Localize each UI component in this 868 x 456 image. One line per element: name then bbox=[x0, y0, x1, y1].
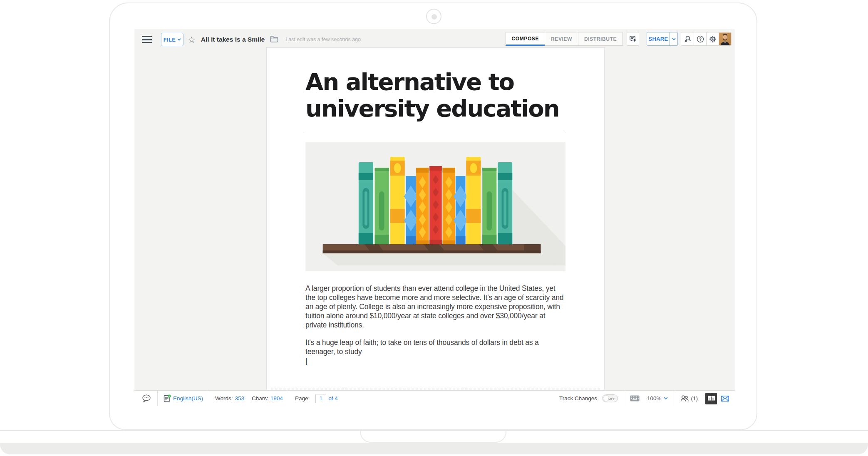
tab-compose[interactable]: COMPOSE bbox=[506, 32, 546, 46]
status-bar: English(US) Words: 353 Chars: 1904 Page:… bbox=[134, 390, 735, 406]
envelope-icon bbox=[721, 396, 729, 401]
paragraph-1[interactable]: A larger proportion of students than eve… bbox=[305, 284, 565, 330]
menu-icon[interactable] bbox=[142, 36, 152, 44]
people-icon bbox=[680, 395, 689, 402]
books-on-shelf-image bbox=[305, 142, 565, 271]
laptop-lid-notch bbox=[360, 431, 506, 443]
zoom-value: 100% bbox=[647, 395, 662, 401]
paragraph-2[interactable]: It's a huge leap of faith; to take on te… bbox=[305, 338, 565, 356]
feedback-button[interactable] bbox=[719, 391, 732, 406]
document-title[interactable]: All it takes is a Smile bbox=[201, 36, 265, 43]
laptop-camera bbox=[426, 9, 441, 24]
word-count[interactable]: Words: 353 Chars: 1904 bbox=[209, 391, 289, 406]
words-value: 353 bbox=[235, 395, 245, 401]
laptop-screen-bezel: FILE ☆ All it takes is a Smile Last edit… bbox=[109, 2, 757, 430]
track-changes: Track Changes OFF bbox=[553, 391, 624, 406]
chars-label: Chars: bbox=[252, 395, 268, 401]
settings-button[interactable] bbox=[706, 32, 719, 45]
tab-distribute[interactable]: DISTRIBUTE bbox=[578, 32, 623, 46]
comments-button[interactable] bbox=[142, 391, 157, 406]
keyboard-shortcuts-button[interactable] bbox=[624, 391, 645, 406]
chars-value: 1904 bbox=[270, 395, 283, 401]
gear-icon bbox=[709, 35, 717, 43]
help-button[interactable]: ? bbox=[694, 32, 706, 45]
collaborators-indicator[interactable]: (1) bbox=[674, 391, 704, 406]
page-total: of 4 bbox=[328, 395, 338, 401]
collaborators-count: (1) bbox=[691, 395, 698, 401]
status-right: Track Changes OFF bbox=[553, 391, 735, 406]
spellcheck-page-icon bbox=[164, 394, 171, 402]
page-view-button[interactable] bbox=[705, 393, 717, 404]
heading-rule bbox=[305, 133, 565, 133]
language-label: English(US) bbox=[173, 395, 203, 401]
tab-review[interactable]: REVIEW bbox=[545, 32, 578, 46]
document-illustration[interactable] bbox=[305, 142, 565, 271]
toggle-state-label: OFF bbox=[608, 397, 615, 401]
page-label: Page: bbox=[295, 395, 310, 401]
search-button[interactable] bbox=[681, 32, 694, 45]
toolbar-left: FILE ☆ All it takes is a Smile Last edit… bbox=[142, 29, 361, 50]
help-icon: ? bbox=[697, 35, 704, 43]
user-avatar[interactable] bbox=[719, 32, 731, 45]
comment-bell-icon bbox=[630, 36, 637, 42]
text-cursor: | bbox=[305, 356, 565, 365]
avatar-photo bbox=[719, 32, 731, 45]
notifications-button[interactable] bbox=[627, 32, 639, 46]
chevron-down-icon bbox=[672, 38, 676, 40]
file-menu-button[interactable]: FILE bbox=[161, 33, 184, 46]
words-label: Words: bbox=[215, 395, 233, 401]
document-heading[interactable]: An alternative to university education bbox=[305, 69, 565, 122]
zoom-control[interactable]: 100% bbox=[645, 391, 674, 406]
keyboard-icon bbox=[630, 395, 640, 401]
mode-tabs: COMPOSE REVIEW DISTRIBUTE bbox=[506, 32, 623, 46]
share-button-group: SHARE bbox=[647, 32, 678, 46]
track-changes-label: Track Changes bbox=[559, 395, 597, 401]
share-button[interactable]: SHARE bbox=[647, 32, 670, 45]
camera-lens-dot bbox=[432, 14, 437, 20]
last-edit-status: Last edit was a few seconds ago bbox=[285, 37, 361, 42]
share-dropdown-button[interactable] bbox=[670, 32, 677, 45]
svg-text:?: ? bbox=[699, 37, 701, 42]
page-navigator: Page: 1 of 4 bbox=[289, 391, 344, 406]
utility-icon-group: ? bbox=[681, 32, 732, 46]
favorite-star-icon[interactable]: ☆ bbox=[188, 35, 196, 44]
open-book-icon bbox=[707, 395, 715, 401]
page-number-input[interactable]: 1 bbox=[315, 394, 326, 403]
chevron-down-icon bbox=[664, 397, 668, 400]
chevron-down-icon bbox=[177, 38, 181, 41]
writer-app-window: FILE ☆ All it takes is a Smile Last edit… bbox=[134, 29, 735, 406]
track-changes-toggle[interactable]: OFF bbox=[602, 394, 618, 402]
document-page[interactable]: An alternative to university education bbox=[266, 47, 605, 390]
page-break-dashes bbox=[271, 389, 600, 389]
toolbar-right: COMPOSE REVIEW DISTRIBUTE SHARE bbox=[506, 32, 732, 46]
search-icon bbox=[684, 35, 691, 42]
laptop-base bbox=[0, 443, 868, 454]
folder-icon[interactable] bbox=[270, 35, 278, 44]
status-left: English(US) Words: 353 Chars: 1904 Page:… bbox=[134, 391, 344, 406]
comment-bubble-icon bbox=[142, 394, 151, 402]
file-menu-label: FILE bbox=[164, 37, 176, 43]
language-selector[interactable]: English(US) bbox=[158, 391, 209, 406]
